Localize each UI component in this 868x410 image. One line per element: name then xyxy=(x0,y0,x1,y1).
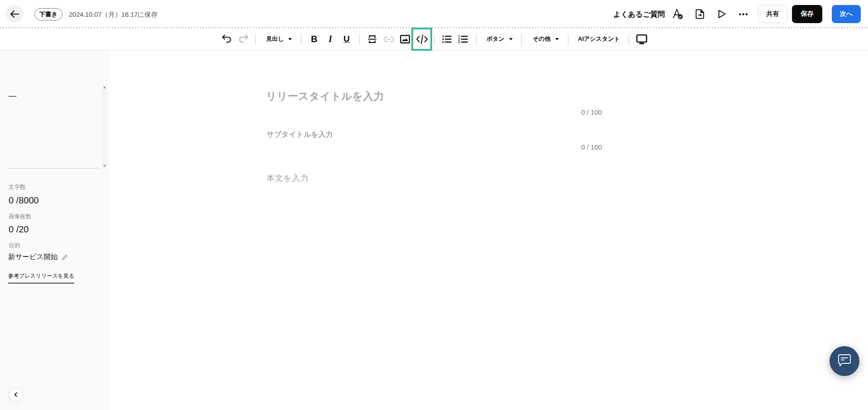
svg-text:3: 3 xyxy=(458,40,460,43)
